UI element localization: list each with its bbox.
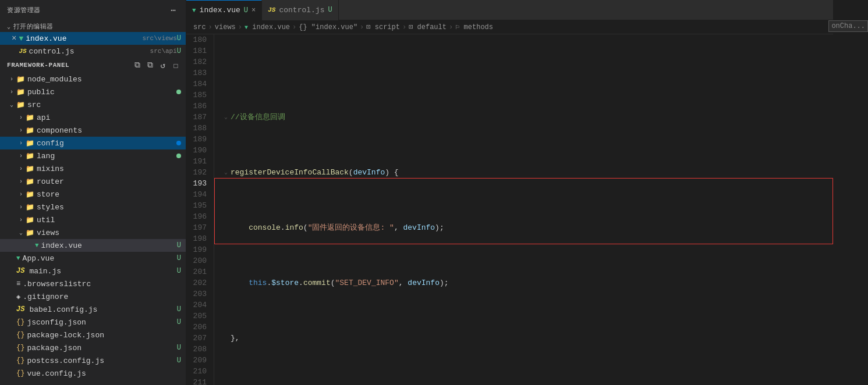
framework-panel-header[interactable]: FRAMEWORK-PANEL ⧉ ⧉ ↺ ☐ [0,58,186,73]
tab-name: control.js [279,6,324,15]
tree-item-util[interactable]: › 📁 util [0,213,186,226]
close-icon[interactable]: × [12,34,16,43]
item-name: mixins [37,165,181,173]
ln-210: 210 [191,366,209,377]
item-name: util [37,216,181,224]
tab-control-js[interactable]: JS control.js U [262,0,338,20]
ln-186: 186 [191,101,209,112]
git-status-dot [176,90,181,94]
collapse-arrow: › [16,217,26,223]
ln-197: 197 [191,222,209,233]
item-name: components [37,126,181,135]
fold-icon[interactable]: ⌄ [221,167,231,178]
tree-item-vue-config[interactable]: {} vue.config.js [0,367,186,380]
ln-192: 192 [191,167,209,178]
minimap-label[interactable]: onCha... [828,20,868,32]
item-name: config [37,139,176,148]
file-icon: ◈ [16,293,20,301]
tree-item-src[interactable]: ⌄ 📁 src [0,98,186,111]
ln-188: 188 [191,123,209,134]
new-folder-icon[interactable]: ⧉ [145,60,155,70]
tree-item-postcss[interactable]: {} postcss.config.js U [0,354,186,367]
folder-icon: 📁 [26,113,34,122]
refresh-icon[interactable]: ↺ [158,60,168,70]
sidebar-header: 资源管理器 ⋯ [0,0,186,20]
vue-tab-icon: ▼ [192,7,196,14]
new-file-icon[interactable]: ⧉ [132,60,143,70]
ln-203: 203 [191,288,209,300]
tree-item-router[interactable]: › 📁 router [0,175,186,188]
tree-item-babel-config[interactable]: JS babel.config.js U [0,303,186,316]
vue-file-icon: ▼ [35,242,39,249]
ln-184: 184 [191,79,209,90]
code-editor[interactable]: ⌄ //设备信息回调 ⌄ registerDeviceInfoCallBack(… [214,34,833,385]
ln-200: 200 [191,255,209,266]
collapse-icon[interactable]: ☐ [171,60,181,70]
bc-script[interactable]: {} "index.vue" [299,23,357,31]
tree-item-styles[interactable]: › 📁 styles [0,201,186,213]
item-name: router [37,177,181,186]
code-line-183: this.$store.commit("SET_DEV_INFO", devIn… [221,277,826,288]
open-editor-index-vue[interactable]: × ▼ index.vue src\views U [0,32,186,45]
bc-default[interactable]: ⊡ default [409,23,447,31]
open-editors-section[interactable]: ⌄ 打开的编辑器 [0,20,186,32]
git-status-dot [176,141,181,145]
tree-item-config[interactable]: › 📁 config [0,137,186,149]
bc-script-tag[interactable]: ⊡ script [366,23,400,31]
tree-item-public[interactable]: › 📁 public [0,85,186,98]
tree-item-lang[interactable]: › 📁 lang [0,149,186,162]
more-icon[interactable]: ⋯ [168,5,179,15]
ln-198: 198 [191,233,209,244]
tab-close-icon[interactable]: × [251,6,256,15]
fold-icon[interactable]: ⌄ [221,112,231,123]
item-name: babel.config.js [29,305,176,314]
tree-item-package-json[interactable]: {} package.json U [0,341,186,354]
ln-187: 187 [191,112,209,123]
open-editor-control-js[interactable]: × JS control.js src\api U [0,45,186,58]
folder-icon: 📁 [26,152,34,161]
bc-src[interactable]: src [193,23,206,31]
ln-193: 193 [191,178,209,189]
collapse-arrow: › [16,115,26,121]
item-name: styles [37,203,181,212]
collapse-arrow: › [16,191,26,198]
tree-item-gitignore[interactable]: ◈ .gitignore [0,290,186,303]
ln-182: 182 [191,56,209,67]
tree-item-app-vue[interactable]: ▼ App.vue U [0,252,186,265]
folder-icon: 📁 [16,75,25,84]
vue-icon: ▼ [19,34,23,43]
tree-item-package-lock[interactable]: {} package-lock.json [0,329,186,341]
file-name: control.js [29,47,148,56]
bc-index-vue[interactable]: ▼ index.vue [245,23,290,31]
js-file-icon: JS [16,305,24,313]
item-name: index.vue [41,241,177,250]
tree-item-index-vue[interactable]: ▼ index.vue U [0,239,186,252]
tab-index-vue[interactable]: ▼ index.vue U × [186,0,262,20]
vue-bc-icon: ▼ [245,24,248,31]
file-icon: {} [16,331,24,339]
file-name: index.vue [26,34,140,43]
open-editors-arrow: ⌄ [7,23,11,30]
ln-207: 207 [191,333,209,344]
tree-item-mixins[interactable]: › 📁 mixins [0,162,186,175]
tree-item-api[interactable]: › 📁 api [0,111,186,124]
tree-item-components[interactable]: › 📁 components [0,124,186,137]
bc-views[interactable]: views [215,23,236,31]
tree-item-browserslistrc[interactable]: ≡ .browserslistrc [0,277,186,290]
tree-item-jsconfig[interactable]: {} jsconfig.json U [0,316,186,329]
tree-item-node-modules[interactable]: › 📁 node_modules [0,73,186,85]
git-status-dot [176,154,181,158]
tree-item-views[interactable]: ⌄ 📁 views [0,226,186,239]
sidebar-header-icons: ⋯ [168,5,179,15]
tree-item-store[interactable]: › 📁 store [0,188,186,201]
bc-methods[interactable]: ⚐ methods [455,23,493,31]
code-container[interactable]: 180 181 182 183 184 185 186 187 188 189 … [186,34,833,385]
item-name: public [27,88,176,97]
code-line-182: console.info("固件返回的设备信息: ", devInfo); [221,222,826,233]
tree-item-main-js[interactable]: JS main.js U [0,265,186,277]
editor-main: ▼ index.vue U × JS control.js U src › vi… [186,0,833,385]
item-name: package-lock.json [27,331,181,340]
folder-icon: 📁 [26,203,34,212]
ln-209: 209 [191,355,209,366]
modified-badge: U [177,34,181,42]
